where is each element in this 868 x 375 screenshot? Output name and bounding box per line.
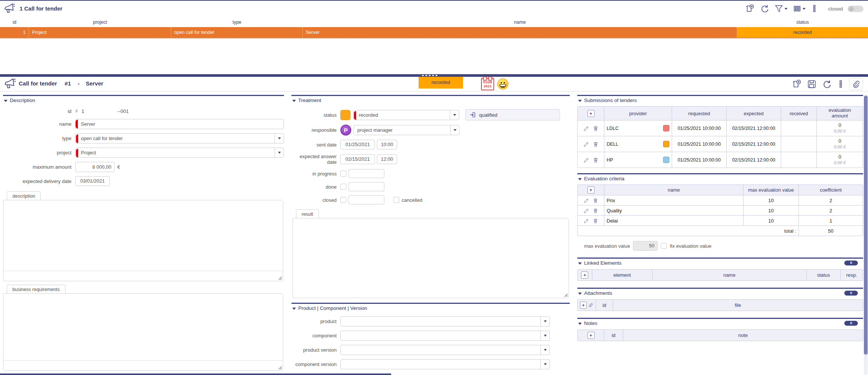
chevron-down-icon[interactable]: [275, 134, 284, 143]
chevron-down-icon[interactable]: [540, 317, 549, 326]
refresh-button[interactable]: [822, 79, 832, 89]
result-textarea[interactable]: [293, 218, 569, 296]
more-menu-button[interactable]: [810, 4, 818, 14]
link-icon[interactable]: [588, 302, 593, 308]
status-value: recorded: [354, 112, 450, 118]
divider-drag-handle[interactable]: [422, 75, 437, 76]
delete-trash-icon[interactable]: [593, 208, 598, 213]
edit-pencil-icon[interactable]: [584, 208, 589, 213]
fix-evaluation-checkbox[interactable]: [661, 243, 667, 249]
delete-trash-icon[interactable]: [593, 141, 599, 147]
save-button[interactable]: [807, 79, 817, 89]
closed-row: closed cancelled: [291, 195, 570, 204]
component-version-select[interactable]: [340, 359, 550, 369]
tab-business-requirements[interactable]: business requirements: [7, 285, 65, 294]
collapse-caret-icon[interactable]: [4, 100, 8, 102]
cancelled-checkbox[interactable]: [393, 197, 399, 203]
status-select[interactable]: recorded: [353, 110, 459, 120]
chevron-down-icon[interactable]: [540, 360, 549, 369]
tab-description[interactable]: description: [7, 191, 41, 200]
in-progress-date-input[interactable]: [349, 169, 384, 178]
table-row[interactable]: 1 Project open call for tender Server re…: [0, 27, 868, 38]
criterion-row[interactable]: Delai 10 1: [578, 215, 863, 226]
filter-button[interactable]: [774, 4, 788, 13]
submission-row[interactable]: HP 01/25/2021 10:00:00 02/15/2021 12:00:…: [578, 152, 863, 168]
add-submission-button[interactable]: [587, 110, 595, 117]
collapse-caret-icon[interactable]: [578, 323, 582, 325]
add-criterion-cell: [578, 185, 604, 195]
max-evaluation-input[interactable]: 50: [633, 241, 658, 251]
qualified-label: qualified: [479, 112, 497, 118]
col-header-id: id: [0, 20, 29, 25]
product-version-select[interactable]: [340, 345, 550, 355]
col-header-project: project: [29, 20, 171, 25]
attach-dropzone[interactable]: [849, 78, 863, 90]
description-substrip: [3, 271, 283, 281]
tab-result[interactable]: result: [296, 209, 319, 218]
panel-divider: [0, 74, 868, 77]
closed-date-input[interactable]: [349, 195, 384, 204]
done-date-input[interactable]: [349, 182, 384, 191]
collapse-caret-icon[interactable]: [578, 293, 582, 295]
chevron-down-icon[interactable]: [540, 345, 549, 355]
resize-grip-icon[interactable]: [564, 293, 568, 297]
answer-time-input[interactable]: 12:00: [377, 154, 397, 164]
name-input[interactable]: [75, 119, 284, 129]
chevron-down-icon[interactable]: [275, 148, 284, 157]
done-checkbox[interactable]: [340, 184, 346, 190]
criterion-row[interactable]: Prix 10 2: [578, 195, 863, 205]
criterion-row[interactable]: Quality 10 2: [578, 205, 863, 215]
responsible-select[interactable]: project manager: [354, 125, 460, 135]
columns-button[interactable]: [792, 4, 806, 13]
collapse-caret-icon[interactable]: [292, 100, 296, 102]
in-progress-checkbox[interactable]: [340, 171, 346, 177]
component-select[interactable]: [340, 331, 550, 341]
resize-grip-icon[interactable]: [278, 276, 282, 280]
delete-trash-icon[interactable]: [593, 125, 599, 131]
project-select[interactable]: Project: [75, 148, 284, 158]
closed-checkbox[interactable]: [340, 197, 346, 203]
resize-grip-icon[interactable]: [278, 366, 282, 369]
chevron-down-icon[interactable]: [540, 331, 549, 340]
delete-trash-icon[interactable]: [593, 198, 598, 203]
add-criterion-button[interactable]: [587, 186, 595, 194]
submission-row[interactable]: LDLC 01/25/2021 10:00:00 02/15/2021 12:0…: [578, 120, 863, 136]
section-title: Product | Component | Version: [298, 305, 367, 311]
edit-pencil-icon[interactable]: [583, 141, 589, 147]
chevron-down-icon[interactable]: [450, 125, 459, 135]
delivery-date-input[interactable]: 03/01/2021: [75, 176, 110, 186]
edit-pencil-icon[interactable]: [583, 125, 589, 131]
maximum-amount-input[interactable]: [75, 162, 115, 172]
type-select[interactable]: open call for tender: [75, 133, 284, 143]
list-header-row: id project type name status: [0, 17, 868, 27]
add-linked-element-button[interactable]: [581, 271, 588, 279]
qualify-transition-button[interactable]: qualified: [465, 109, 560, 120]
add-attachment-button[interactable]: [580, 302, 587, 309]
delete-trash-icon[interactable]: [593, 218, 598, 224]
closed-filter-toggle[interactable]: [848, 6, 863, 12]
collapse-caret-icon[interactable]: [578, 262, 582, 265]
edit-pencil-icon[interactable]: [584, 198, 589, 203]
edit-pencil-icon[interactable]: [583, 157, 589, 163]
collapse-caret-icon[interactable]: [292, 308, 296, 310]
delete-trash-icon[interactable]: [593, 157, 599, 163]
business-requirements-textarea[interactable]: [3, 294, 283, 360]
add-record-button[interactable]: [745, 4, 755, 14]
more-menu-button[interactable]: [837, 79, 844, 89]
product-select[interactable]: [340, 316, 550, 326]
sent-date-input[interactable]: 01/25/2021: [340, 140, 375, 149]
collapse-caret-icon[interactable]: [578, 100, 582, 102]
answer-date-input[interactable]: 02/15/2021: [340, 154, 375, 164]
responsible-value: project manager: [354, 127, 450, 133]
submission-row[interactable]: DELL 01/25/2021 10:00:00 02/15/2021 12:0…: [578, 136, 863, 152]
chevron-down-icon[interactable]: [450, 110, 459, 120]
add-note-button[interactable]: [587, 332, 595, 339]
vertical-scrollbar[interactable]: [864, 95, 868, 375]
scrollbar-thumb[interactable]: [864, 96, 868, 355]
collapse-caret-icon[interactable]: [578, 178, 582, 180]
description-textarea[interactable]: [3, 200, 283, 271]
add-button[interactable]: [792, 79, 802, 89]
refresh-list-button[interactable]: [760, 4, 769, 14]
sent-time-input[interactable]: 10:00: [377, 140, 397, 149]
edit-pencil-icon[interactable]: [584, 218, 589, 224]
